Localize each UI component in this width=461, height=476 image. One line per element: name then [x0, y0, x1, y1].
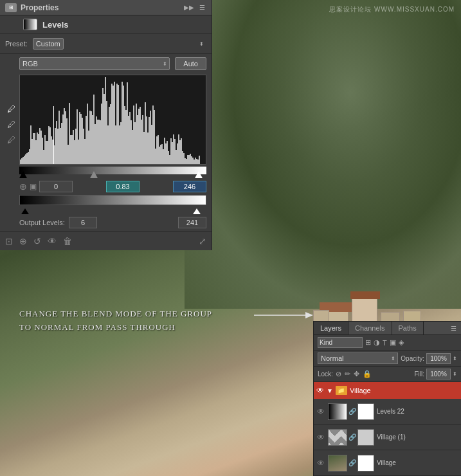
rock-texture — [185, 0, 461, 309]
preset-row: Preset: Custom ⬍ — [0, 34, 212, 54]
lock-all-icon[interactable]: 🔒 — [363, 370, 372, 378]
village-layer-name: Village — [377, 459, 458, 466]
output-shadow-handle[interactable] — [21, 208, 29, 214]
tab-channels[interactable]: Channels — [348, 322, 392, 334]
channel-select-wrapper: RGB ⬍ — [19, 57, 170, 70]
output-highlight-input[interactable] — [178, 217, 206, 228]
village1-layer-visibility-icon[interactable]: 👁 — [316, 433, 325, 442]
properties-panel: ⊞ Properties ▶▶ ☰ Levels Preset: Custom … — [0, 0, 212, 250]
output-highlight-handle[interactable] — [193, 208, 201, 214]
panel-expand-btn[interactable]: ▶▶ — [183, 4, 195, 11]
delete-icon[interactable]: 🗑 — [63, 236, 72, 246]
midtone-input[interactable] — [106, 181, 140, 192]
shadow-handle[interactable] — [19, 171, 27, 178]
preset-select[interactable]: Custom — [33, 38, 64, 50]
lock-paint-icon[interactable]: ✏ — [345, 370, 350, 378]
fill-label: Fill: — [414, 371, 424, 378]
auto-button[interactable]: Auto — [175, 57, 206, 70]
adjust-filter-icon[interactable]: ◑ — [374, 338, 380, 347]
kind-icons: ⊞ ◑ T ▣ ◈ — [365, 338, 404, 347]
opacity-input[interactable] — [426, 353, 451, 364]
fill-arrow-icon: ⬍ — [453, 371, 457, 377]
layers-tabs: Layers Channels Paths ☰ — [314, 322, 461, 335]
histogram-bars — [20, 75, 206, 164]
village-layer-row[interactable]: 👁 🔗 Village — [314, 450, 461, 476]
lock-move-icon[interactable]: ✥ — [354, 370, 359, 378]
output-gradient — [19, 195, 206, 205]
group-visibility-icon[interactable]: 👁 — [316, 386, 324, 395]
village-layer-visibility-icon[interactable]: 👁 — [316, 459, 325, 468]
gray-eyedropper-icon[interactable]: 🖊 — [5, 118, 17, 130]
reset-icon[interactable]: ↺ — [33, 236, 41, 246]
channel-row: RGB ⬍ Auto — [0, 54, 212, 73]
white-eyedropper-icon[interactable]: 🖊 — [5, 134, 17, 145]
output-slider-area — [19, 205, 206, 214]
pixel-filter-icon[interactable]: ⊞ — [365, 338, 371, 347]
annotation-text: change the blend mode of the group to No… — [19, 307, 212, 334]
clipping-icon: ⊕ — [19, 181, 27, 192]
histogram-area — [19, 75, 206, 165]
lock-transparent-icon[interactable]: ⊘ — [336, 370, 341, 378]
annotation-line2: to Normal from Pass Through — [19, 321, 212, 334]
fill-input[interactable] — [426, 369, 451, 380]
village1-layer-thumbs: 🔗 — [328, 429, 374, 446]
panel-bottom-bar: ⊡ ⊕ ↺ 👁 🗑 ⤢ — [0, 231, 212, 250]
panel-title-area: ⊞ Properties — [5, 3, 59, 12]
black-eyedropper-icon[interactable]: 🖊 — [5, 103, 17, 114]
annotation-arrow — [251, 306, 315, 325]
village1-layer-row[interactable]: 👁 🔗 Village (1) — [314, 425, 461, 450]
levels-header: Levels — [0, 15, 212, 34]
lock-label: Lock: — [318, 371, 333, 378]
shape-filter-icon[interactable]: ▣ — [390, 338, 396, 347]
blend-select-arrow-icon: ⬍ — [391, 356, 395, 362]
panel-header-controls: ▶▶ ☰ — [183, 4, 206, 11]
smartobj-filter-icon[interactable]: ◈ — [399, 338, 404, 347]
type-filter-icon[interactable]: T — [383, 339, 387, 347]
highlight-input[interactable] — [173, 181, 206, 192]
village-layer-mask-thumb — [357, 455, 374, 471]
kind-row: Kind ⊞ ◑ T ▣ ◈ — [314, 335, 461, 351]
blend-select-wrapper: Normal ⬍ — [318, 352, 398, 364]
mask-icon[interactable]: ⊡ — [5, 236, 13, 246]
svg-marker-0 — [305, 312, 313, 318]
blend-mode-row: Normal ⬍ Opacity: ⬍ — [314, 351, 461, 367]
tab-layers[interactable]: Layers — [314, 322, 348, 334]
village-layer-chain-icon: 🔗 — [348, 459, 356, 466]
kind-select[interactable]: Kind — [318, 337, 363, 348]
panel-menu-btn[interactable]: ☰ — [198, 4, 206, 11]
levels-layer-row[interactable]: 👁 🔗 Levels 22 — [314, 399, 461, 425]
preset-label: Preset: — [5, 40, 28, 48]
panel-header-icon: ⊞ — [5, 3, 17, 12]
levels-icon — [23, 19, 37, 30]
link-icon[interactable]: ⊕ — [19, 236, 27, 246]
village1-layer-name: Village (1) — [377, 434, 458, 441]
lock-row: Lock: ⊘ ✏ ✥ 🔒 Fill: ⬍ — [314, 367, 461, 382]
visibility-icon[interactable]: 👁 — [48, 236, 57, 246]
layers-panel-btn[interactable]: ☰ — [449, 325, 458, 332]
lock-icons: ⊘ ✏ ✥ 🔒 — [336, 370, 372, 378]
auto-levels-icon: ▣ — [30, 182, 37, 191]
panel-header-title: Properties — [21, 3, 59, 12]
shadow-input[interactable] — [39, 181, 73, 192]
output-row: Output Levels: — [19, 217, 206, 228]
kind-select-wrapper: Kind — [318, 337, 363, 348]
village-group-row[interactable]: 👁 ▼ 📁 Village — [314, 382, 461, 399]
input-values-row: ⊕ ▣ — [19, 181, 206, 192]
opacity-arrow-icon: ⬍ — [453, 356, 457, 362]
levels-layer-name: Levels 22 — [377, 408, 458, 415]
levels-layer-chain-icon: 🔗 — [348, 408, 356, 415]
group-collapse-arrow-icon[interactable]: ▼ — [327, 387, 333, 394]
tab-paths[interactable]: Paths — [392, 322, 424, 334]
levels-title: Levels — [42, 20, 68, 30]
levels-layer-visibility-icon[interactable]: 👁 — [316, 407, 325, 416]
expand-icon[interactable]: ⤢ — [199, 236, 206, 246]
village-layer-thumb — [328, 455, 347, 471]
blend-mode-select[interactable]: Normal — [318, 352, 398, 364]
levels-layer-mask-thumb — [357, 403, 374, 420]
midtone-handle[interactable] — [90, 171, 98, 178]
highlight-handle[interactable] — [195, 171, 203, 178]
opacity-wrapper: Opacity: ⬍ — [401, 353, 457, 364]
channel-select[interactable]: RGB — [19, 57, 170, 70]
output-shadow-input[interactable] — [69, 217, 97, 228]
histogram-white-line — [53, 106, 54, 164]
